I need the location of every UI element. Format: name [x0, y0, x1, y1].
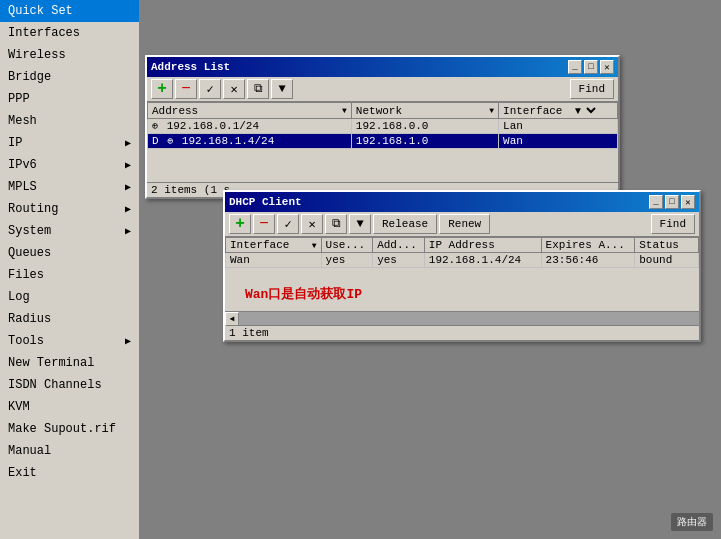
- sidebar-item-files[interactable]: Files: [0, 264, 139, 286]
- scroll-left-button[interactable]: ◀: [225, 312, 239, 326]
- copy-button[interactable]: ⧉: [325, 214, 347, 234]
- release-button[interactable]: Release: [373, 214, 437, 234]
- sidebar-item-ipv6[interactable]: IPv6 ▶: [0, 154, 139, 176]
- dhcp-title: DHCP Client: [229, 196, 302, 208]
- dhcp-status-bar: 1 item: [225, 325, 699, 340]
- sidebar-item-mpls[interactable]: MPLS ▶: [0, 176, 139, 198]
- dhcp-toolbar: + − ✓ ✕ ⧉ ▼ Release Renew Find: [225, 212, 699, 237]
- remove-button[interactable]: −: [253, 214, 275, 234]
- router-icon: ⊕: [152, 120, 158, 132]
- col-interface[interactable]: Interface: [226, 238, 322, 253]
- dhcp-table-container: Interface Use... Add... IP Address Expir: [225, 237, 699, 277]
- watermark: 路由器: [671, 513, 713, 531]
- annotation-text: Wan口是自动获取IP: [225, 277, 699, 311]
- sidebar-item-routing[interactable]: Routing ▶: [0, 198, 139, 220]
- sidebar-item-interfaces[interactable]: Interfaces: [0, 22, 139, 44]
- col-interface[interactable]: Interface ▼: [499, 103, 618, 119]
- sidebar-item-mesh[interactable]: Mesh: [0, 110, 139, 132]
- sidebar-item-system[interactable]: System ▶: [0, 220, 139, 242]
- add-button[interactable]: +: [151, 79, 173, 99]
- arrow-icon: ▶: [125, 203, 131, 215]
- address-list-table: Address Network Interface ▼: [147, 102, 618, 149]
- sidebar-item-bridge[interactable]: Bridge: [0, 66, 139, 88]
- sidebar-item-exit[interactable]: Exit: [0, 462, 139, 484]
- sidebar-item-radius[interactable]: Radius: [0, 308, 139, 330]
- address-list-title: Address List: [151, 61, 230, 73]
- sidebar-item-ppp[interactable]: PPP: [0, 88, 139, 110]
- minimize-button[interactable]: _: [568, 60, 582, 74]
- dhcp-title-bar-buttons: _ □ ✕: [649, 195, 695, 209]
- sidebar-item-manual[interactable]: Manual: [0, 440, 139, 462]
- col-address[interactable]: Address: [148, 103, 352, 119]
- address-list-table-container: Address Network Interface ▼: [147, 102, 618, 182]
- status-text: 1 item: [229, 327, 269, 339]
- sidebar-item-new-terminal[interactable]: New Terminal: [0, 352, 139, 374]
- copy-button[interactable]: ⧉: [247, 79, 269, 99]
- remove-button[interactable]: −: [175, 79, 197, 99]
- sidebar-item-tools[interactable]: Tools ▶: [0, 330, 139, 352]
- check-button[interactable]: ✓: [277, 214, 299, 234]
- find-button[interactable]: Find: [570, 79, 614, 99]
- dhcp-table: Interface Use... Add... IP Address Expir: [225, 237, 699, 268]
- table-row[interactable]: D ⊕ 192.168.1.4/24 192.168.1.0 Wan: [148, 134, 618, 149]
- col-add[interactable]: Add...: [373, 238, 425, 253]
- arrow-icon: ▶: [125, 159, 131, 171]
- check-button[interactable]: ✓: [199, 79, 221, 99]
- dhcp-title-bar: DHCP Client _ □ ✕: [225, 192, 699, 212]
- maximize-button[interactable]: □: [584, 60, 598, 74]
- table-row[interactable]: Wan yes yes 192.168.1.4/24 23:56:46 boun…: [226, 253, 699, 268]
- sidebar-item-log[interactable]: Log: [0, 286, 139, 308]
- horizontal-scrollbar[interactable]: ◀: [225, 311, 699, 325]
- renew-button[interactable]: Renew: [439, 214, 490, 234]
- add-button[interactable]: +: [229, 214, 251, 234]
- sidebar-item-ip[interactable]: IP ▶: [0, 132, 139, 154]
- close-button[interactable]: ✕: [681, 195, 695, 209]
- col-use[interactable]: Use...: [321, 238, 373, 253]
- scroll-track[interactable]: [239, 312, 699, 325]
- main-area: Address List _ □ ✕ + − ✓ ✕ ⧉ ▼ Find Addr…: [140, 0, 721, 539]
- cross-button[interactable]: ✕: [301, 214, 323, 234]
- sidebar-item-wireless[interactable]: Wireless: [0, 44, 139, 66]
- arrow-icon: ▶: [125, 335, 131, 347]
- filter-button[interactable]: ▼: [271, 79, 293, 99]
- arrow-icon: ▶: [125, 225, 131, 237]
- address-list-window: Address List _ □ ✕ + − ✓ ✕ ⧉ ▼ Find Addr…: [145, 55, 620, 199]
- sidebar-item-queues[interactable]: Queues: [0, 242, 139, 264]
- arrow-icon: ▶: [125, 137, 131, 149]
- address-list-toolbar: + − ✓ ✕ ⧉ ▼ Find: [147, 77, 618, 102]
- sidebar-item-kvm[interactable]: KVM: [0, 396, 139, 418]
- col-ip[interactable]: IP Address: [424, 238, 541, 253]
- col-expires[interactable]: Expires A...: [541, 238, 635, 253]
- maximize-button[interactable]: □: [665, 195, 679, 209]
- sidebar: Quick Set Interfaces Wireless Bridge PPP…: [0, 0, 140, 539]
- col-status[interactable]: Status: [635, 238, 699, 253]
- sidebar-item-quickset[interactable]: Quick Set: [0, 0, 139, 22]
- router-icon: ⊕: [167, 135, 173, 147]
- close-button[interactable]: ✕: [600, 60, 614, 74]
- address-list-title-bar: Address List _ □ ✕: [147, 57, 618, 77]
- sidebar-item-make-supout[interactable]: Make Supout.rif: [0, 418, 139, 440]
- interface-filter[interactable]: ▼: [569, 104, 599, 117]
- title-bar-buttons: _ □ ✕: [568, 60, 614, 74]
- col-network[interactable]: Network: [351, 103, 498, 119]
- sidebar-item-isdn-channels[interactable]: ISDN Channels: [0, 374, 139, 396]
- dhcp-client-window: DHCP Client _ □ ✕ + − ✓ ✕ ⧉ ▼ Release Re…: [223, 190, 701, 342]
- cross-button[interactable]: ✕: [223, 79, 245, 99]
- minimize-button[interactable]: _: [649, 195, 663, 209]
- filter-button[interactable]: ▼: [349, 214, 371, 234]
- arrow-icon: ▶: [125, 181, 131, 193]
- table-row[interactable]: ⊕ 192.168.0.1/24 192.168.0.0 Lan: [148, 119, 618, 134]
- status-text: 2 items (1 s: [151, 184, 230, 196]
- find-button[interactable]: Find: [651, 214, 695, 234]
